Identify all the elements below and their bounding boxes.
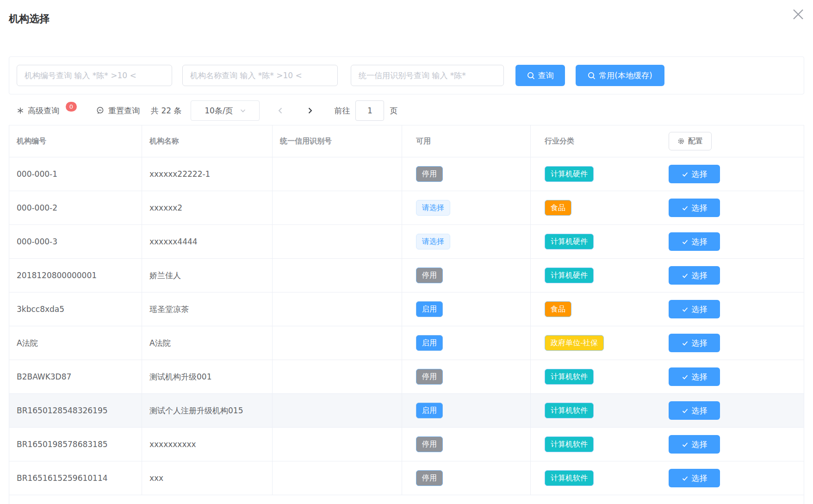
available-cell: 停用 xyxy=(402,461,531,495)
config-button[interactable]: 配置 xyxy=(669,132,712,150)
status-badge[interactable]: 停用 xyxy=(416,436,443,452)
select-button[interactable]: 选择 xyxy=(669,232,720,251)
table-row: 000-000-1 xxxxxx22222-1 停用 计算机硬件 选择 xyxy=(9,157,804,191)
select-button[interactable]: 选择 xyxy=(669,334,720,352)
prev-page-button[interactable] xyxy=(275,105,286,117)
available-cell: 停用 xyxy=(402,360,531,393)
check-icon xyxy=(682,238,689,245)
category-cell: 食品 xyxy=(531,292,658,326)
org-name-input[interactable] xyxy=(182,65,338,86)
org-code-cell: B2BAWK3D87 xyxy=(9,360,142,393)
check-icon xyxy=(682,407,689,414)
org-name-cell: 瑶圣堂凉茶 xyxy=(142,292,273,326)
category-badge[interactable]: 计算机软件 xyxy=(545,470,594,486)
query-button[interactable]: 查询 xyxy=(515,65,565,86)
status-badge[interactable]: 启用 xyxy=(416,335,443,351)
credit-id-input[interactable] xyxy=(351,65,504,86)
select-button-label: 选择 xyxy=(692,203,707,213)
header-available: 可用 xyxy=(402,125,531,157)
credit-id-cell xyxy=(273,428,402,461)
goto-page-input[interactable] xyxy=(355,100,384,121)
chevron-right-icon xyxy=(306,106,314,115)
status-badge[interactable]: 请选择 xyxy=(416,200,450,216)
select-button-label: 选择 xyxy=(692,405,707,416)
select-button[interactable]: 选择 xyxy=(669,199,720,217)
gear-icon xyxy=(677,137,685,145)
available-cell: 启用 xyxy=(402,292,531,326)
actions-cell: 选择 xyxy=(658,191,804,224)
status-badge[interactable]: 停用 xyxy=(416,166,443,182)
table-row: 3kbcc8xda5 瑶圣堂凉茶 启用 食品 选择 xyxy=(9,292,804,326)
next-page-button[interactable] xyxy=(304,105,316,117)
credit-id-cell xyxy=(273,461,402,495)
advanced-query-link[interactable]: 高级查询 0 xyxy=(17,106,77,116)
org-code-cell: 2018120800000001 xyxy=(9,259,142,292)
check-icon xyxy=(682,373,689,380)
org-code-cell: BR1650198578683185 xyxy=(9,428,142,461)
status-badge[interactable]: 停用 xyxy=(416,470,443,486)
select-button[interactable]: 选择 xyxy=(669,300,720,318)
query-button-label: 查询 xyxy=(538,70,554,81)
advanced-query-badge: 0 xyxy=(66,102,77,112)
status-badge[interactable]: 启用 xyxy=(416,301,443,317)
org-name-cell: 测试机构升级001 xyxy=(142,360,273,393)
table-row: B2BAWK3D87 测试机构升级001 停用 计算机软件 选择 xyxy=(9,360,804,394)
category-badge[interactable]: 政府单位-社保 xyxy=(545,335,604,351)
available-cell: 启用 xyxy=(402,394,531,427)
close-button[interactable] xyxy=(789,6,807,24)
category-badge[interactable]: 食品 xyxy=(545,301,571,317)
org-name-cell: 测试个人注册升级机构015 xyxy=(142,394,273,427)
org-code-cell: A法院 xyxy=(9,326,142,360)
table-row: BR1650198578683185 xxxxxxxxxx 停用 计算机软件 选… xyxy=(9,428,804,461)
category-cell: 食品 xyxy=(531,191,658,224)
table-row: BR1651615259610114 xxx 停用 计算机软件 选择 xyxy=(9,461,804,495)
status-badge[interactable]: 停用 xyxy=(416,268,443,283)
category-cell: 计算机软件 xyxy=(531,461,658,495)
org-name-cell: xxxxxxxxxx xyxy=(142,428,273,461)
actions-cell: 选择 xyxy=(658,394,804,427)
select-button[interactable]: 选择 xyxy=(669,367,720,386)
select-button[interactable]: 选择 xyxy=(669,266,720,285)
cache-button[interactable]: 常用(本地缓存) xyxy=(576,65,664,86)
select-button[interactable]: 选择 xyxy=(669,435,720,454)
table-row: 000-000-3 xxxxxx4444 请选择 计算机硬件 选择 xyxy=(9,225,804,259)
org-code-cell: BR1651615259610114 xyxy=(9,461,142,495)
select-button-label: 选择 xyxy=(692,270,707,281)
credit-id-cell xyxy=(273,225,402,258)
status-badge[interactable]: 停用 xyxy=(416,369,443,385)
category-badge[interactable]: 计算机软件 xyxy=(545,436,594,452)
category-badge[interactable]: 计算机硬件 xyxy=(545,268,594,283)
category-badge[interactable]: 计算机硬件 xyxy=(545,166,594,182)
category-badge[interactable]: 计算机软件 xyxy=(545,369,594,385)
org-code-cell: 000-000-1 xyxy=(9,157,142,191)
table-row: 2018120800000001 娇兰佳人 停用 计算机硬件 选择 xyxy=(9,259,804,292)
table-row: BR1650128548326195 测试个人注册升级机构015 启用 计算机软… xyxy=(9,394,804,428)
category-cell: 计算机软件 xyxy=(531,428,658,461)
select-button-label: 选择 xyxy=(692,439,707,450)
category-badge[interactable]: 计算机硬件 xyxy=(545,234,594,249)
actions-cell: 选择 xyxy=(658,225,804,258)
reset-query-link[interactable]: 重置查询 xyxy=(96,106,140,116)
select-button[interactable]: 选择 xyxy=(669,469,720,487)
org-code-input[interactable] xyxy=(17,65,172,86)
goto-label: 前往 xyxy=(334,106,350,116)
status-badge[interactable]: 请选择 xyxy=(416,234,450,249)
select-button[interactable]: 选择 xyxy=(669,165,720,183)
page-title: 机构选择 xyxy=(9,12,804,26)
status-badge[interactable]: 启用 xyxy=(416,403,443,418)
header-actions: 配置 xyxy=(658,125,804,157)
select-button[interactable]: 选择 xyxy=(669,401,720,420)
available-cell: 启用 xyxy=(402,326,531,360)
select-button-label: 选择 xyxy=(692,338,707,348)
modal-header: 机构选择 xyxy=(0,0,813,26)
check-icon xyxy=(682,441,689,448)
page-size-select[interactable]: 10条/页 xyxy=(191,100,260,121)
reset-query-icon xyxy=(96,106,105,115)
actions-cell: 选择 xyxy=(658,292,804,326)
category-badge[interactable]: 食品 xyxy=(545,200,571,216)
check-icon xyxy=(682,205,689,212)
empty-row xyxy=(9,495,804,504)
actions-cell: 选择 xyxy=(658,428,804,461)
category-badge[interactable]: 计算机软件 xyxy=(545,403,594,418)
search-icon xyxy=(527,72,535,80)
